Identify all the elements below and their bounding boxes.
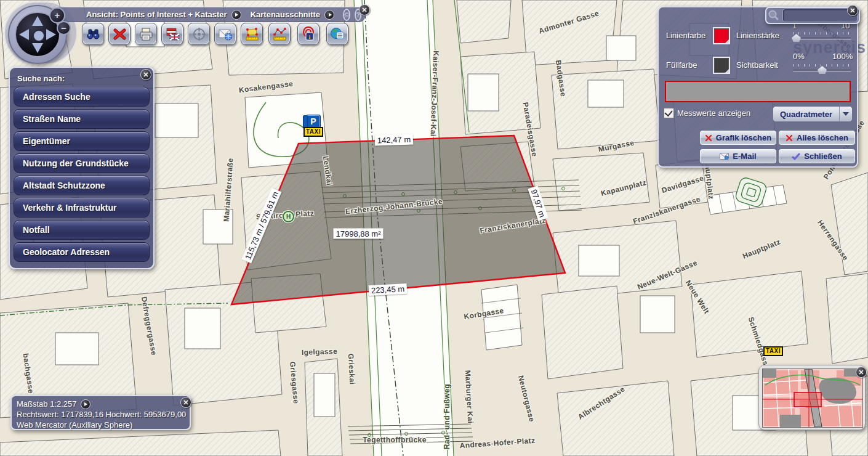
coordinates-value: Rechtswert: 1717839,16 Hochwert: 5953679…: [17, 409, 185, 420]
email-button[interactable]: E-Mail: [699, 149, 777, 164]
street-label: Tegetthoffbrücke: [363, 436, 427, 444]
unit-dropdown[interactable]: Quadratmeter: [773, 106, 853, 122]
search-button-verkehr[interactable]: Verkehr & Infrastruktur: [14, 198, 150, 218]
envelope-icon: [720, 153, 729, 160]
pan-center-button[interactable]: [33, 30, 45, 42]
toolbar-close-button[interactable]: [359, 4, 370, 15]
measure-area-tool-button[interactable]: [241, 23, 263, 45]
edge-measurement-label: 142,47 m: [375, 134, 414, 145]
search-icon: [768, 9, 780, 22]
search-button-strassen[interactable]: Straßen Name: [14, 109, 150, 129]
overview-minimap[interactable]: [758, 365, 866, 430]
view-title: Ansicht: Points of Interest + Kataster: [86, 10, 227, 19]
visibility-max: 100%: [832, 52, 853, 61]
search-panel: Suche nach: Adressen Suche Straßen Name …: [9, 67, 155, 269]
minimap-close-button[interactable]: [856, 367, 867, 378]
measure-line-icon: [272, 26, 287, 42]
send-map-tool-button[interactable]: [214, 23, 236, 45]
visibility-min: 0%: [793, 52, 805, 61]
line-color-label: Linienfarbe: [666, 31, 705, 40]
pan-right-arrow[interactable]: [46, 29, 56, 40]
fill-color-label: Füllfarbe: [666, 60, 697, 70]
overview-tool-button[interactable]: [188, 23, 210, 45]
line-width-slider-thumb[interactable]: [792, 34, 801, 42]
search-button-notfall[interactable]: Notfall: [14, 220, 150, 240]
bus-stop-icon: H: [283, 211, 294, 222]
parking-sign: P: [306, 115, 321, 128]
language-flags-icon: [165, 26, 180, 42]
area-measurement-label: 17998,88 m²: [334, 229, 384, 239]
fill-color-swatch[interactable]: [713, 57, 730, 74]
legend-tool-button[interactable]: [326, 23, 348, 45]
line-width-ticks: [793, 32, 851, 35]
print-tool-button[interactable]: [135, 23, 157, 45]
clear-graphic-button[interactable]: Grafik löschen: [699, 130, 777, 145]
search-panel-title: Suche nach:: [17, 74, 153, 83]
search-button-adressen[interactable]: Adressen Suche: [14, 87, 150, 107]
red-x-icon: [786, 134, 793, 142]
unit-dropdown-value: Quadratmeter: [773, 110, 839, 119]
scale-menu-button[interactable]: [81, 399, 90, 409]
pan-left-arrow[interactable]: [19, 29, 29, 40]
search-tool-button[interactable]: [82, 23, 104, 45]
view-menu-button[interactable]: [231, 10, 241, 20]
pan-up-arrow[interactable]: [32, 16, 43, 26]
measure-line-tool-button[interactable]: [268, 23, 291, 45]
line-color-swatch[interactable]: [713, 27, 730, 44]
search-button-altstadt[interactable]: Altstadt Schutzzone: [14, 176, 150, 195]
street-label: Rad- und Fußweg: [443, 384, 451, 450]
identify-tool-button[interactable]: i: [297, 23, 319, 45]
show-values-checkbox[interactable]: [664, 108, 674, 118]
crosshair-icon: [191, 26, 207, 42]
zoom-out-button[interactable]: −: [57, 21, 71, 35]
red-x-icon: [112, 26, 127, 42]
toolbar-titlebar: Ansicht: Points of Interest + Kataster K…: [57, 7, 366, 22]
map-extracts-title: Kartenausschnitte: [251, 10, 320, 19]
search-button-geolocator[interactable]: Geolocator Adressen: [14, 242, 150, 262]
measure-area-icon: [244, 26, 260, 42]
show-values-label: Messwerte anzeigen: [677, 108, 750, 118]
projection-value: Web Mercator (Auxiliary Sphere): [17, 420, 185, 430]
globe-legend-icon: [330, 26, 345, 42]
visibility-slider-thumb[interactable]: [818, 66, 827, 74]
checkmark-icon: [792, 153, 800, 160]
scale-value: Maßstab 1:2.257: [17, 399, 77, 409]
line-width-label: Linienstärke: [736, 31, 779, 40]
minimap-extent-box[interactable]: [794, 393, 821, 407]
pan-down-arrow[interactable]: [32, 43, 43, 53]
line-width-slider[interactable]: [793, 38, 851, 39]
red-x-icon: [705, 134, 712, 142]
edge-measurement-label: 223,45 m: [368, 283, 407, 296]
street-label: Igelgasse: [302, 347, 338, 357]
quick-search-input[interactable]: [782, 9, 858, 22]
measure-panel: Linienfarbe Linienstärke 1 10 Füllfarbe …: [657, 6, 858, 168]
clear-graphics-tool-button[interactable]: [108, 23, 131, 45]
minimap-canvas[interactable]: [762, 368, 863, 428]
quick-search-bar: [765, 7, 860, 24]
status-box-close-button[interactable]: [180, 397, 191, 408]
status-box: Maßstab 1:2.257 Rechtswert: 1717839,16 H…: [10, 395, 191, 430]
street-label: Grieskai: [347, 353, 357, 385]
style-preview: [665, 81, 851, 102]
search-button-nutzung[interactable]: Nutzung der Grundstücke: [14, 153, 150, 173]
taxi-sign: TAXI: [763, 346, 783, 356]
envelope-globe-icon: [218, 26, 233, 42]
identify-target-icon: i: [301, 26, 316, 42]
map-extracts-menu-button[interactable]: [324, 10, 334, 20]
binoculars-icon: [86, 26, 101, 42]
chevron-down-icon[interactable]: [839, 107, 852, 121]
printer-icon: [139, 26, 154, 42]
visibility-label: Sichtbarkeit: [736, 60, 778, 70]
language-tool-button[interactable]: [161, 23, 183, 45]
map-viewport[interactable]: Kosakengasse Mariahilferstraße Lendkai K…: [0, 0, 868, 456]
copyright-icon[interactable]: ©: [343, 9, 350, 21]
measure-panel-close-button[interactable]: [847, 5, 858, 16]
search-panel-close-button[interactable]: [140, 69, 151, 80]
search-button-eigentuemer[interactable]: Eigentümer: [14, 131, 150, 151]
clear-all-button[interactable]: Alles löschen: [778, 130, 856, 145]
close-panel-button[interactable]: Schließen: [778, 149, 856, 164]
taxi-sign: TAXI: [303, 127, 323, 137]
